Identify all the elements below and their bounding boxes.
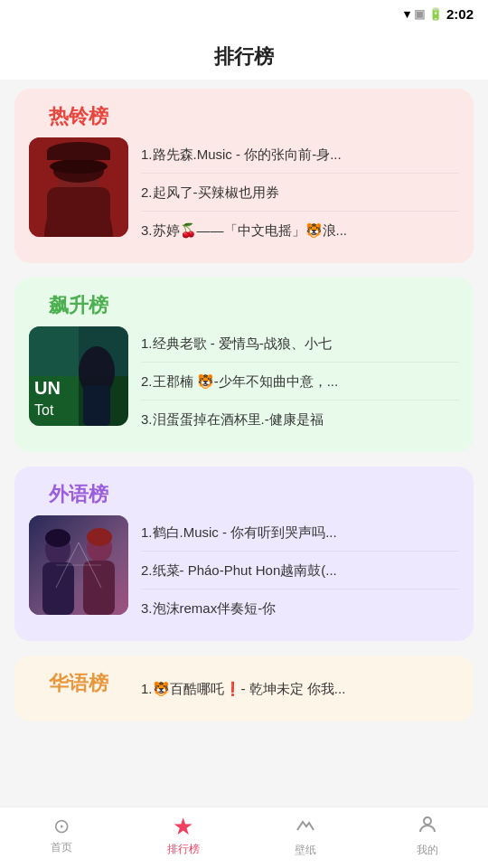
ranking-icon: ★ (173, 815, 193, 838)
chart-left-hot: 热铃榜 (29, 103, 128, 237)
chart-songs-rising: 1.经典老歌 - 爱情鸟-战狼、小七 2.王郡楠 🐯-少年不知曲中意，... 3… (141, 292, 459, 438)
wallpaper-icon (295, 814, 316, 839)
chart-left-chinese: 华语榜 (29, 670, 128, 697)
nav-item-ranking[interactable]: ★ 排行榜 (156, 815, 211, 857)
song-item[interactable]: 1.鹤白.Music - 你有听到哭声吗... (141, 514, 459, 552)
cover-foreign-svg (29, 515, 128, 615)
svg-point-24 (424, 817, 431, 825)
chart-card-hot[interactable]: 热铃榜 1.路先森.Music - 你的张向前-身... 2.起风 (14, 89, 474, 263)
cover-hot-svg (29, 137, 128, 237)
nav-label-wallpaper: 壁纸 (295, 843, 316, 858)
chart-songs-chinese: 1.🐯百酷哪吒❗- 乾坤未定 你我... (141, 670, 459, 707)
chart-cover-hot (29, 137, 128, 237)
nav-label-mine: 我的 (417, 843, 438, 858)
chart-label-chinese: 华语榜 (49, 670, 108, 697)
chart-card-chinese[interactable]: 华语榜 1.🐯百酷哪吒❗- 乾坤未定 你我... (14, 656, 474, 722)
chart-left-foreign: 外语榜 (29, 481, 128, 615)
chart-label-hot: 热铃榜 (49, 103, 108, 130)
song-item[interactable]: 2.纸菜- Pháo-Phut Hon越南鼓(... (141, 552, 459, 590)
chart-label-foreign: 外语榜 (49, 481, 108, 508)
wifi-icon: ▾ (404, 7, 410, 21)
nav-item-wallpaper[interactable]: 壁纸 (278, 814, 333, 858)
svg-rect-16 (42, 562, 74, 615)
nav-label-home: 首页 (51, 840, 72, 855)
chart-card-rising[interactable]: 飙升榜 UN Tot 1.经典老歌 - 爱情鸟-战狼、小七 2.王郡楠 🐯-少年… (14, 278, 474, 452)
song-item[interactable]: 3.泪蛋蛋掉在酒杯里.-健康是福 (141, 401, 459, 438)
chart-cover-foreign (29, 515, 128, 615)
mine-icon (417, 814, 438, 839)
song-item[interactable]: 3.泡沫remax伴奏短-你 (141, 590, 459, 627)
song-item[interactable]: 2.起风了-买辣椒也用券 (141, 174, 459, 212)
song-item[interactable]: 2.王郡楠 🐯-少年不知曲中意，... (141, 363, 459, 401)
signal-icon: ▣ (414, 7, 425, 21)
scroll-area: 热铃榜 1.路先森.Music - 你的张向前-身... 2.起风 (0, 80, 488, 868)
chart-left-rising: 飙升榜 UN Tot (29, 292, 128, 426)
nav-label-ranking: 排行榜 (167, 842, 200, 857)
svg-rect-18 (83, 561, 115, 615)
status-bar: ▾ ▣ 🔋 2:02 (0, 0, 488, 27)
chart-songs-hot: 1.路先森.Music - 你的张向前-身... 2.起风了-买辣椒也用券 3.… (141, 103, 459, 249)
svg-text:Tot: Tot (34, 402, 54, 418)
svg-rect-5 (47, 187, 110, 237)
chart-label-rising: 飙升榜 (49, 292, 108, 319)
battery-icon: 🔋 (428, 7, 443, 21)
song-item[interactable]: 3.苏婷🍒——「中文电摇」🐯浪... (141, 212, 459, 249)
time-display: 2:02 (446, 6, 474, 22)
svg-point-20 (87, 528, 112, 546)
svg-point-19 (45, 529, 70, 547)
nav-item-home[interactable]: ⊙ 首页 (34, 816, 89, 855)
status-icons: ▾ ▣ 🔋 2:02 (404, 6, 474, 22)
page-title: 排行榜 (0, 27, 488, 80)
song-item[interactable]: 1.经典老歌 - 爱情鸟-战狼、小七 (141, 325, 459, 363)
svg-text:UN: UN (34, 378, 61, 398)
song-item[interactable]: 1.🐯百酷哪吒❗- 乾坤未定 你我... (141, 670, 459, 707)
svg-rect-10 (83, 385, 110, 426)
song-item[interactable]: 1.路先森.Music - 你的张向前-身... (141, 136, 459, 174)
bottom-nav: ⊙ 首页 ★ 排行榜 壁纸 我的 (0, 807, 488, 868)
chart-cover-rising: UN Tot (29, 326, 128, 426)
chart-songs-foreign: 1.鹤白.Music - 你有听到哭声吗... 2.纸菜- Pháo-Phut … (141, 481, 459, 627)
svg-point-4 (50, 159, 108, 174)
chart-card-foreign[interactable]: 外语榜 (14, 467, 474, 641)
home-icon: ⊙ (53, 816, 70, 836)
nav-item-mine[interactable]: 我的 (400, 814, 455, 858)
cover-rising-svg: UN Tot (29, 326, 128, 426)
